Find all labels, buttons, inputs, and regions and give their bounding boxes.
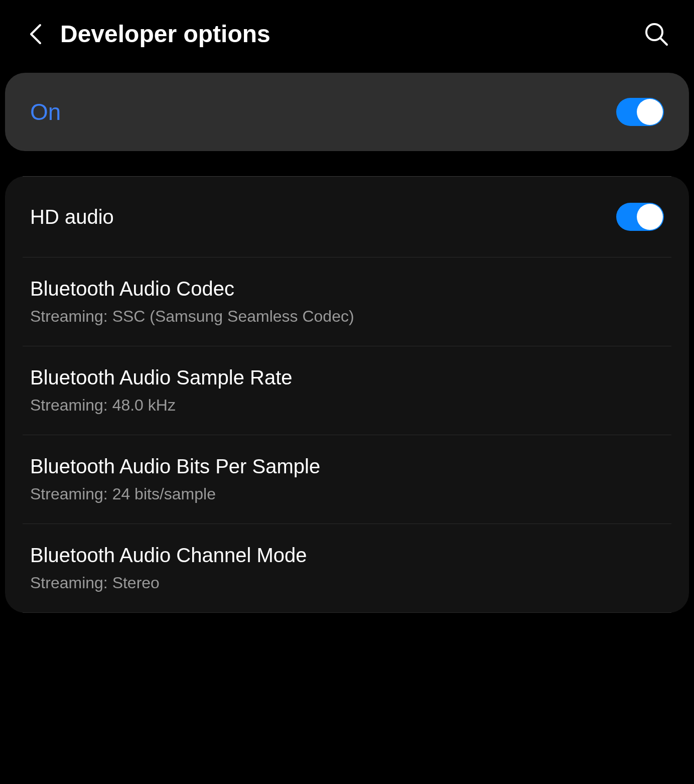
page-title: Developer options [60, 20, 629, 48]
setting-bluetooth-bits-per-sample[interactable]: Bluetooth Audio Bits Per Sample Streamin… [5, 435, 689, 524]
back-icon[interactable] [25, 24, 45, 44]
setting-title: Bluetooth Audio Codec [30, 278, 664, 300]
setting-title: Bluetooth Audio Channel Mode [30, 544, 664, 567]
setting-bluetooth-channel-mode[interactable]: Bluetooth Audio Channel Mode Streaming: … [5, 524, 689, 612]
setting-content: HD audio [30, 206, 616, 228]
setting-subtitle: Streaming: 48.0 kHz [30, 396, 664, 415]
setting-title: Bluetooth Audio Bits Per Sample [30, 455, 664, 478]
master-toggle-card[interactable]: On [5, 73, 689, 151]
master-toggle-label: On [30, 98, 61, 125]
toggle-thumb [637, 204, 663, 230]
setting-content: Bluetooth Audio Bits Per Sample Streamin… [30, 455, 664, 503]
setting-subtitle: Streaming: Stereo [30, 574, 664, 592]
master-toggle[interactable] [616, 98, 664, 126]
toggle-thumb [637, 99, 663, 125]
setting-subtitle: Streaming: SSC (Samsung Seamless Codec) [30, 307, 664, 326]
settings-card: HD audio Bluetooth Audio Codec Streaming… [5, 176, 689, 613]
setting-title: HD audio [30, 206, 616, 228]
svg-line-1 [660, 38, 667, 45]
setting-content: Bluetooth Audio Sample Rate Streaming: 4… [30, 366, 664, 415]
setting-hd-audio[interactable]: HD audio [5, 177, 689, 257]
setting-title: Bluetooth Audio Sample Rate [30, 366, 664, 389]
header: Developer options [0, 0, 694, 73]
divider [23, 612, 671, 613]
setting-subtitle: Streaming: 24 bits/sample [30, 485, 664, 503]
setting-bluetooth-sample-rate[interactable]: Bluetooth Audio Sample Rate Streaming: 4… [5, 346, 689, 435]
hd-audio-toggle[interactable] [616, 203, 664, 231]
setting-bluetooth-codec[interactable]: Bluetooth Audio Codec Streaming: SSC (Sa… [5, 257, 689, 346]
setting-content: Bluetooth Audio Codec Streaming: SSC (Sa… [30, 278, 664, 326]
setting-content: Bluetooth Audio Channel Mode Streaming: … [30, 544, 664, 592]
search-icon[interactable] [644, 22, 669, 47]
